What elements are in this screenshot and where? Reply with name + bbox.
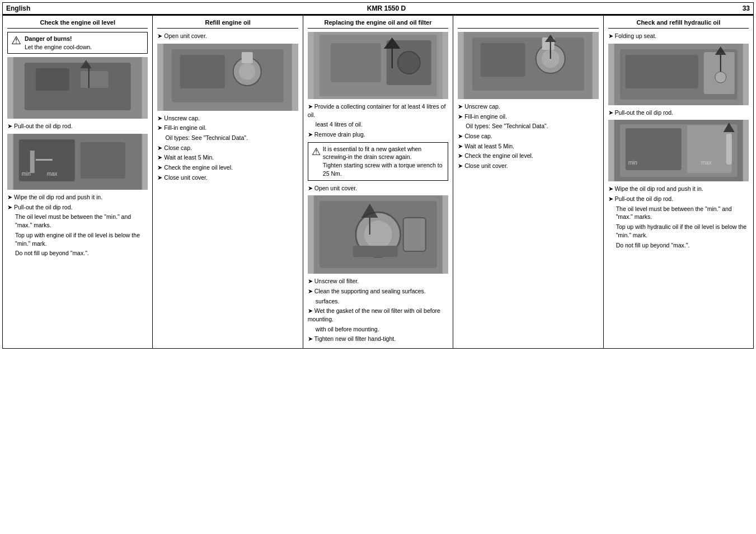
col4-img1-svg: [458, 32, 598, 99]
warning-detail-text: Let the engine cool-down.: [25, 43, 92, 51]
col2-step2: Unscrew cap.: [157, 114, 298, 123]
col3-bottom-step2: Clean the supporting and sealing surface…: [308, 287, 448, 296]
col1-step6: Do not fill up beyond "max.".: [15, 249, 148, 257]
column-replace-oil-filter: Replacing the engine oil and oil filter …: [303, 16, 453, 348]
col5-image2: min max: [608, 120, 749, 181]
col3-image1: [308, 32, 448, 99]
svg-rect-2: [36, 68, 69, 91]
col2-title: Refill engine oil: [157, 19, 298, 29]
col4-step2: Fill-in engine oil.: [458, 113, 598, 121]
page: English KMR 1550 D 33 Check the engine o…: [2, 2, 754, 349]
svg-point-17: [239, 63, 256, 80]
col3-img2-svg: [308, 195, 448, 274]
svg-rect-3: [81, 71, 109, 88]
caution-icon: ⚠: [312, 145, 321, 159]
col3-step-mid: Open unit cover.: [308, 184, 448, 193]
col4-image1: [458, 32, 598, 99]
col5-bottom-step1: Wipe the oil dip rod and push it in.: [608, 185, 749, 193]
col3-bottom-step3: Wet the gasket of the new oil filter wit…: [308, 307, 448, 323]
svg-rect-33: [403, 218, 426, 251]
col2-step6: Wait at least 5 Min.: [157, 153, 298, 162]
col3-bottom-step4: Tighten new oil filter hand-tight.: [308, 335, 448, 343]
svg-rect-21: [331, 43, 381, 82]
col3-bottom-step3b: with oil before mounting.: [316, 325, 448, 334]
col1-img1-svg: [7, 57, 148, 119]
caution-text: It is essential to fit a new gasket when…: [323, 145, 444, 178]
svg-rect-52: [687, 125, 731, 173]
col5-bottom-step5: Do not fill up beyond "max.".: [616, 241, 749, 250]
col3-step1: Provide a collecting container for at le…: [308, 102, 448, 119]
col1-step1: Pull-out the oil dip rod.: [7, 122, 148, 130]
col2-step8: Close unit cover.: [157, 174, 298, 182]
svg-text:max: max: [47, 171, 58, 177]
column-col4: Unscrew cap. Fill-in engine oil. Oil typ…: [453, 16, 603, 348]
svg-rect-36: [481, 43, 525, 77]
svg-rect-15: [180, 55, 225, 88]
col5-bottom-step4: Top up with hydraulic oil if the oil lev…: [616, 223, 749, 239]
header-model: KMR 1550 D: [367, 4, 406, 12]
col1-title: Check the engine oil level: [7, 19, 148, 29]
col5-step-fold: Folding up seat.: [608, 32, 749, 40]
danger-warning-box: ⚠ Danger of burns! Let the engine cool-d…: [7, 32, 148, 54]
svg-rect-18: [242, 52, 253, 63]
col3-bottom-step2b: surfaces.: [316, 297, 448, 306]
col1-image1: [7, 57, 148, 119]
column-check-engine-oil: Check the engine oil level ⚠ Danger of b…: [3, 16, 153, 348]
page-header: English KMR 1550 D 33: [3, 3, 753, 15]
col1-image2: min max: [7, 134, 148, 190]
col2-step4: Oil types: See "Technical Data".: [165, 134, 298, 142]
col2-step7: Check the engine oil level.: [157, 163, 298, 172]
svg-text:max: max: [701, 160, 711, 166]
col5-image1: [608, 44, 749, 105]
col4-step5: Wait at least 5 Min.: [458, 142, 598, 151]
svg-rect-11: [30, 151, 35, 173]
col2-step1: Open unit cover.: [157, 32, 298, 40]
svg-rect-55: [726, 134, 731, 165]
svg-rect-32: [353, 246, 398, 257]
column-hydraulic-oil: Check and refill hydraulic oil Folding u…: [604, 16, 753, 348]
col3-img1-svg: [308, 32, 448, 99]
warning-bold-text: Danger of burns!: [25, 35, 92, 43]
header-language: English: [6, 4, 30, 12]
col5-step-pullout: Pull-out the oil dip rod.: [608, 109, 749, 117]
col5-img2-svg: min max: [608, 120, 749, 181]
col4-step4: Close cap.: [458, 132, 598, 140]
col5-bottom-step3: The oil level must be between the "min."…: [616, 205, 749, 221]
content-columns: Check the engine oil level ⚠ Danger of b…: [3, 15, 753, 348]
col3-step2: Remove drain plug.: [308, 130, 448, 139]
col4-title: [458, 19, 598, 29]
col1-step2: Wipe the oil dip rod and push it in.: [7, 193, 148, 202]
col4-step6: Check the engine oil level.: [458, 152, 598, 160]
col4-step3: Oil types: See "Technical Data".: [466, 122, 598, 130]
col3-title: Replacing the engine oil and oil filter: [308, 19, 448, 29]
svg-point-23: [398, 51, 420, 74]
col4-step7: Close unit cover.: [458, 162, 598, 170]
col3-bottom-step1: Unscrew oil filter.: [308, 277, 448, 285]
col3-image2: [308, 195, 448, 274]
col5-title: Check and refill hydraulic oil: [608, 19, 749, 29]
col2-img1-svg: [157, 44, 298, 111]
col1-step3: Pull-out the oil dip rod.: [7, 203, 148, 212]
svg-rect-44: [625, 55, 698, 88]
header-page-number: 33: [743, 4, 750, 12]
svg-point-29: [364, 221, 392, 249]
col2-step3: Fill-in engine oil.: [157, 124, 298, 132]
svg-rect-12: [36, 159, 53, 161]
svg-text:min: min: [22, 171, 31, 177]
svg-text:min: min: [628, 160, 637, 166]
col5-bottom-step2: Pull-out the oil dip rod.: [608, 195, 749, 203]
col1-img2-svg: min max: [7, 134, 148, 190]
col3-caution-box: ⚠ It is essential to fit a new gasket wh…: [308, 142, 448, 181]
col1-step5: Top up with engine oil if the oil level …: [15, 231, 148, 247]
warning-text: Danger of burns! Let the engine cool-dow…: [25, 35, 92, 51]
svg-point-48: [715, 72, 726, 83]
col4-step1: Unscrew cap.: [458, 102, 598, 111]
svg-rect-8: [81, 142, 125, 179]
col5-img1-svg: [608, 44, 749, 105]
col1-step4: The oil level must be between the "min."…: [15, 213, 148, 229]
warning-icon: ⚠: [11, 35, 21, 46]
col2-step5: Close cap.: [157, 144, 298, 152]
column-refill-engine-oil: Refill engine oil Open unit cover. Unscr…: [153, 16, 303, 348]
col2-image1: [157, 44, 298, 111]
col3-step1b: least 4 litres of oil.: [316, 120, 448, 129]
